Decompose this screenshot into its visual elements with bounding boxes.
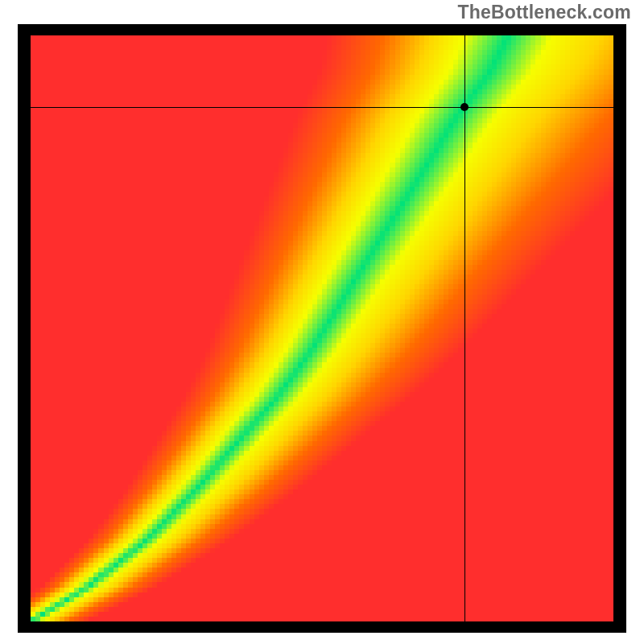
selection-dot bbox=[460, 103, 469, 111]
watermark-label: TheBottleneck.com bbox=[457, 2, 631, 23]
crosshair-vertical bbox=[464, 35, 465, 621]
heatmap-area bbox=[31, 35, 613, 621]
heatmap-canvas bbox=[31, 35, 613, 621]
crosshair-horizontal bbox=[31, 107, 613, 108]
chart-frame bbox=[18, 24, 626, 633]
